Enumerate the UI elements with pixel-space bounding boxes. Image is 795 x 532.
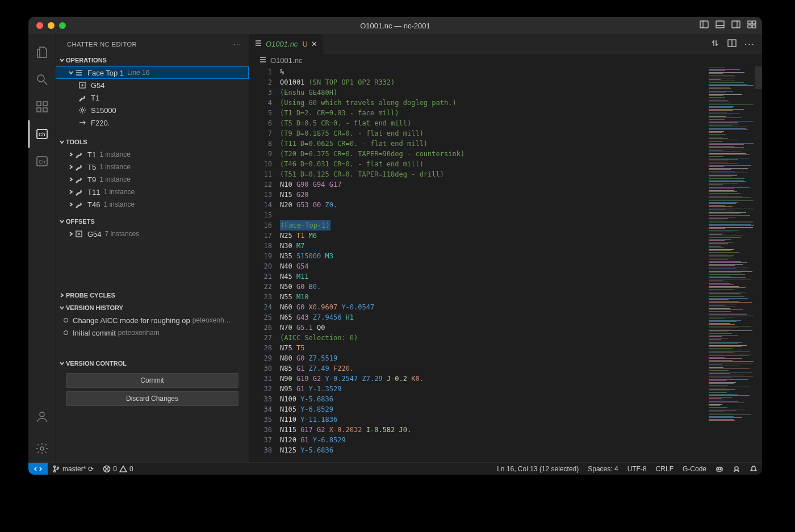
cursor-position[interactable]: Ln 16, Col 13 (12 selected) xyxy=(492,465,583,473)
versioncontrol-section-header[interactable]: VERSION CONTROL xyxy=(56,357,249,370)
minimap[interactable] xyxy=(705,66,762,462)
chevron-right-icon xyxy=(67,231,75,237)
branch-name: master* xyxy=(62,465,86,473)
toggle-primary-sidebar-icon[interactable] xyxy=(700,20,709,31)
split-editor-icon[interactable] xyxy=(727,39,737,50)
svg-point-41 xyxy=(57,467,59,468)
operation-subitem[interactable]: F220. xyxy=(56,116,249,129)
breadcrumb-label: O1001.nc xyxy=(270,56,302,65)
svg-point-30 xyxy=(78,233,80,234)
history-tree: Change AICC mode for roughing op peteoxe… xyxy=(56,314,249,357)
svg-rect-8 xyxy=(748,25,751,28)
operation-item[interactable]: Face Top 1 Line 16 xyxy=(56,66,249,79)
tab-close-icon[interactable]: ✕ xyxy=(311,40,317,48)
svg-point-46 xyxy=(718,468,719,470)
history-section-header[interactable]: VERSION HISTORY xyxy=(56,301,249,314)
discard-button[interactable]: Discard Changes xyxy=(66,391,238,406)
encoding[interactable]: UTF-8 xyxy=(623,465,651,473)
close-window-button[interactable] xyxy=(36,22,43,29)
offset-item[interactable]: G54 7 instances xyxy=(56,228,249,240)
history-item[interactable]: Change AICC mode for roughing op peteoxe… xyxy=(56,314,249,326)
commit-button[interactable]: Commit xyxy=(66,373,238,388)
remote-indicator[interactable] xyxy=(28,463,48,475)
language-mode[interactable]: G-Code xyxy=(678,465,711,473)
customize-layout-icon[interactable] xyxy=(747,20,756,31)
item-meta: 7 instances xyxy=(105,230,140,238)
sidebar-title: CHATTER NC EDITOR ··· xyxy=(56,34,249,54)
editor-tab[interactable]: O1001.nc U ✕ xyxy=(249,34,324,54)
chatter-nc-alt-icon[interactable]: Ch xyxy=(28,148,56,175)
compare-icon[interactable] xyxy=(710,39,719,50)
offsets-section-header[interactable]: OFFSETS xyxy=(56,215,249,228)
toggle-secondary-sidebar-icon[interactable] xyxy=(731,20,740,31)
window-title: O1001.nc — nc-2001 xyxy=(360,22,430,30)
notifications-icon[interactable] xyxy=(745,465,762,473)
operation-subitem[interactable]: T1 xyxy=(56,91,249,104)
chevron-down-icon xyxy=(58,360,66,367)
operations-section-header[interactable]: OPERATIONS xyxy=(56,54,249,66)
history-item[interactable]: Initial commit peteoxenham xyxy=(56,326,249,339)
svg-rect-9 xyxy=(752,25,756,28)
wrench-icon xyxy=(78,94,87,102)
item-label: G54 xyxy=(87,230,102,238)
extensions-icon[interactable] xyxy=(28,93,56,120)
branch-indicator[interactable]: master* ⟳ xyxy=(48,465,98,473)
chevron-down-icon xyxy=(58,57,66,64)
tool-item[interactable]: T91 instance xyxy=(56,173,249,186)
tools-label: TOOLS xyxy=(66,139,87,145)
explorer-icon[interactable] xyxy=(28,39,56,66)
sidebar-more-icon[interactable]: ··· xyxy=(233,41,242,48)
settings-gear-icon[interactable] xyxy=(28,435,56,462)
item-meta: 1 instance xyxy=(103,188,135,196)
history-label: VERSION HISTORY xyxy=(66,304,123,311)
item-label: G54 xyxy=(91,81,105,90)
operations-label: OPERATIONS xyxy=(66,57,107,64)
arrow-right-icon xyxy=(78,119,87,127)
chevron-right-icon xyxy=(67,188,75,195)
tool-item[interactable]: T11 instance xyxy=(56,148,249,161)
code-editor[interactable]: 1234567891011121314151617181920212223242… xyxy=(249,66,762,462)
tool-item[interactable]: T111 instance xyxy=(56,186,249,198)
vertical-scrollbar[interactable] xyxy=(755,66,762,89)
breadcrumb[interactable]: O1001.nc xyxy=(249,54,762,66)
problems-indicator[interactable]: 0 0 xyxy=(98,465,137,473)
code-content[interactable]: %O01001 (SN TOP OP1 OP2 R332)(Enshu GE48… xyxy=(280,66,705,462)
item-label: T5 xyxy=(87,163,96,171)
app-window: O1001.nc — nc-2001 Ch Ch CHATTER NC EDIT… xyxy=(28,17,762,475)
chevron-right-icon xyxy=(67,164,75,170)
indentation[interactable]: Spaces: 4 xyxy=(583,465,622,473)
operation-subitem[interactable]: S15000 xyxy=(56,104,249,116)
copilot-icon[interactable] xyxy=(711,465,728,473)
wrench-icon xyxy=(75,163,84,171)
minimize-window-button[interactable] xyxy=(48,22,55,29)
commit-author: peteoxenh… xyxy=(193,316,231,324)
error-count: 0 xyxy=(113,465,117,473)
target-icon xyxy=(78,81,87,89)
eol[interactable]: CRLF xyxy=(651,465,678,473)
activity-bar: Ch Ch xyxy=(28,34,56,462)
target-icon xyxy=(75,230,84,238)
zoom-window-button[interactable] xyxy=(59,22,66,29)
svg-point-39 xyxy=(54,466,56,467)
probe-section-header[interactable]: PROBE CYCLES xyxy=(56,289,249,301)
offsets-tree: G54 7 instances xyxy=(56,228,249,289)
svg-rect-15 xyxy=(43,108,47,112)
svg-rect-14 xyxy=(37,108,41,112)
item-label: F220. xyxy=(91,119,110,127)
feedback-icon[interactable] xyxy=(728,465,745,473)
search-icon[interactable] xyxy=(28,66,56,93)
svg-point-40 xyxy=(54,470,56,472)
editor-more-icon[interactable]: ··· xyxy=(744,39,755,49)
tab-modified-indicator: U xyxy=(302,40,307,48)
toggle-panel-icon[interactable] xyxy=(716,20,725,31)
svg-rect-4 xyxy=(732,21,740,28)
operation-subitem[interactable]: G54 xyxy=(56,79,249,91)
line-gutter: 1234567891011121314151617181920212223242… xyxy=(249,66,280,462)
tools-section-header[interactable]: TOOLS xyxy=(56,136,249,148)
chatter-nc-icon[interactable]: Ch xyxy=(28,120,56,148)
wrench-icon xyxy=(75,188,84,196)
accounts-icon[interactable] xyxy=(28,403,56,430)
tool-item[interactable]: T461 instance xyxy=(56,198,249,211)
file-icon xyxy=(254,39,262,49)
tool-item[interactable]: T51 instance xyxy=(56,161,249,173)
